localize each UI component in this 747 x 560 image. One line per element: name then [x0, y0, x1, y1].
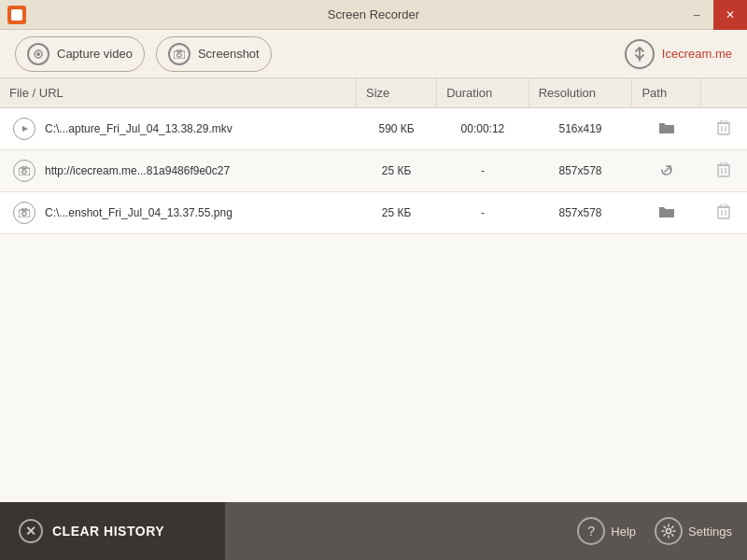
toolbar: Capture video Screenshot Icecream.me: [0, 30, 747, 78]
delete-button[interactable]: [701, 150, 747, 192]
brand-icon: [625, 39, 655, 69]
camera-icon: [168, 43, 190, 65]
svg-rect-26: [721, 204, 726, 207]
delete-button[interactable]: [701, 192, 747, 234]
svg-rect-21: [22, 208, 26, 211]
title-bar-controls: – ✕: [680, 0, 747, 30]
file-name: http://icecream.me...81a9486f9e0c27: [45, 164, 230, 177]
file-resolution: 516x419: [529, 108, 632, 150]
file-duration: -: [437, 192, 529, 234]
file-duration: -: [437, 150, 529, 192]
brand-label: Icecream.me: [662, 47, 732, 61]
col-header-resolution: Resolution: [529, 78, 632, 108]
table-header-row: File / URL Size Duration Resolution Path: [0, 78, 747, 108]
help-button[interactable]: ? Help: [577, 517, 636, 545]
clear-history-button[interactable]: ✕ CLEAR HISTORY: [0, 502, 225, 560]
file-name: C:\...enshot_Fri_Jul_04_13.37.55.png: [45, 206, 233, 219]
svg-rect-10: [721, 120, 726, 123]
record-icon: [27, 43, 49, 65]
screenshot-row-icon[interactable]: [13, 160, 35, 182]
svg-rect-13: [22, 166, 26, 169]
table-row: C:\...apture_Fri_Jul_04_13.38.29.mkv590 …: [0, 108, 747, 150]
screenshot-row-icon[interactable]: [13, 202, 35, 224]
file-resolution: 857x578: [529, 192, 632, 234]
settings-icon: [655, 517, 683, 545]
minimize-button[interactable]: –: [680, 0, 713, 30]
screenshot-label: Screenshot: [198, 47, 260, 61]
file-path-action[interactable]: [632, 108, 701, 150]
file-size: 590 КБ: [357, 108, 437, 150]
svg-rect-6: [718, 123, 729, 134]
capture-video-button[interactable]: Capture video: [15, 36, 145, 72]
file-size: 25 КБ: [357, 192, 437, 234]
svg-point-1: [36, 52, 40, 56]
title-bar-left: [7, 6, 26, 24]
file-path-action[interactable]: [632, 192, 701, 234]
svg-rect-4: [177, 49, 181, 52]
file-path-action[interactable]: [632, 150, 701, 192]
file-size: 25 КБ: [357, 150, 437, 192]
settings-button[interactable]: Settings: [655, 517, 732, 545]
table-row: http://icecream.me...81a9486f9e0c2725 КБ…: [0, 150, 747, 192]
col-header-size: Size: [357, 78, 437, 108]
window-title: Screen Recorder: [328, 7, 419, 21]
svg-point-20: [22, 212, 26, 216]
svg-rect-11: [19, 168, 30, 175]
svg-rect-22: [718, 207, 729, 218]
file-duration: 00:00:12: [437, 108, 529, 150]
close-button[interactable]: ✕: [713, 0, 747, 30]
svg-rect-18: [721, 162, 726, 165]
svg-marker-5: [22, 126, 28, 132]
svg-rect-14: [718, 165, 729, 176]
file-resolution: 857x578: [529, 150, 632, 192]
screenshot-button[interactable]: Screenshot: [156, 36, 272, 72]
col-header-path: Path: [632, 78, 701, 108]
delete-button[interactable]: [701, 108, 747, 150]
history-table: File / URL Size Duration Resolution Path…: [0, 78, 747, 234]
svg-rect-19: [19, 210, 30, 217]
col-header-file: File / URL: [0, 78, 357, 108]
clear-history-label: CLEAR HISTORY: [52, 524, 164, 539]
file-name: C:\...apture_Fri_Jul_04_13.38.29.mkv: [45, 122, 233, 135]
app-icon: [7, 6, 26, 24]
play-icon[interactable]: [13, 118, 35, 140]
svg-point-27: [667, 529, 671, 534]
settings-label: Settings: [688, 525, 732, 539]
clear-x-icon: ✕: [19, 519, 43, 543]
history-table-container: File / URL Size Duration Resolution Path…: [0, 78, 747, 502]
title-bar: Screen Recorder – ✕: [0, 0, 747, 30]
svg-point-3: [177, 52, 181, 56]
svg-point-12: [22, 170, 26, 174]
help-icon: ?: [577, 517, 605, 545]
table-row: C:\...enshot_Fri_Jul_04_13.37.55.png25 К…: [0, 192, 747, 234]
col-header-delete: [701, 78, 747, 108]
capture-video-label: Capture video: [57, 47, 133, 61]
col-header-duration: Duration: [437, 78, 529, 108]
bottom-bar: ✕ CLEAR HISTORY ? Help Settings: [0, 502, 747, 560]
brand-area: Icecream.me: [625, 39, 732, 69]
help-label: Help: [611, 525, 636, 539]
bottom-bar-right: ? Help Settings: [577, 517, 732, 545]
